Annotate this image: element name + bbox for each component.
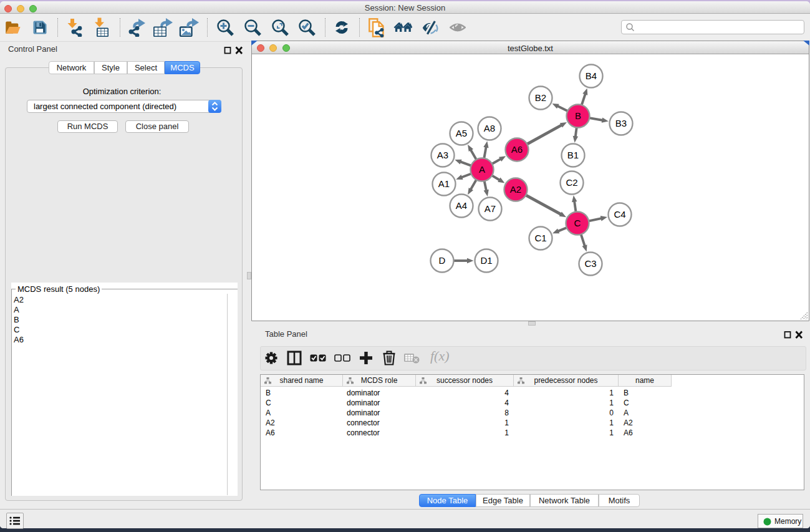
- svg-text:D: D: [439, 255, 446, 266]
- svg-text:A6: A6: [511, 144, 523, 155]
- svg-text:B1: B1: [567, 150, 579, 160]
- svg-text:A7: A7: [485, 203, 496, 214]
- svg-text:A2: A2: [510, 184, 521, 195]
- svg-text:C2: C2: [566, 177, 577, 188]
- svg-text:A1: A1: [438, 178, 450, 189]
- svg-text:A4: A4: [456, 200, 467, 211]
- svg-text:D1: D1: [480, 255, 492, 266]
- svg-text:A8: A8: [484, 123, 495, 133]
- svg-text:A5: A5: [456, 128, 467, 138]
- svg-text:C4: C4: [614, 209, 625, 220]
- svg-text:B: B: [575, 110, 581, 121]
- svg-text:C1: C1: [534, 233, 546, 243]
- svg-text:A3: A3: [437, 150, 448, 160]
- svg-text:B3: B3: [615, 118, 627, 128]
- svg-text:C3: C3: [584, 258, 596, 269]
- svg-text:C: C: [574, 218, 581, 228]
- svg-text:A: A: [479, 164, 485, 175]
- svg-text:B2: B2: [535, 92, 546, 103]
- svg-text:B4: B4: [586, 70, 597, 81]
